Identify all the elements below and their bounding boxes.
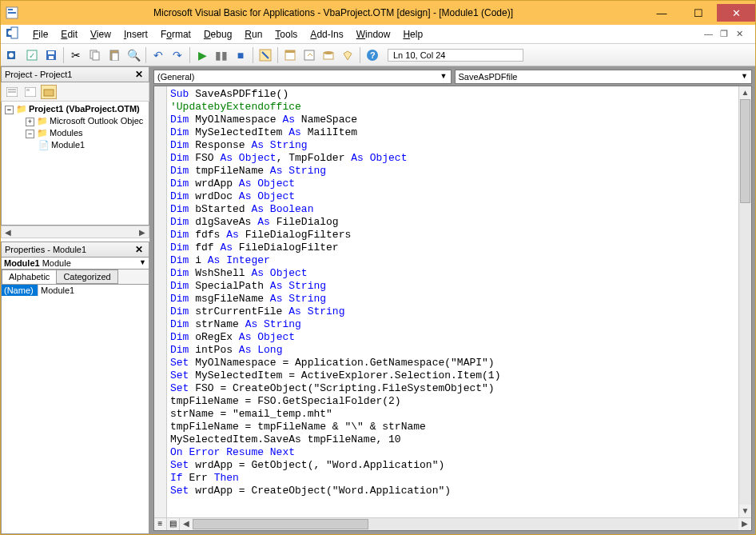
tree-project-node[interactable]: −📁Project1 (VbaProject.OTM) bbox=[3, 103, 147, 115]
properties-pane-title-text: Properties - Module1 bbox=[5, 245, 86, 254]
toolbox-icon[interactable] bbox=[339, 46, 356, 64]
minimize-button[interactable]: — bbox=[643, 4, 680, 22]
project-explorer-pane: Project - Project1 ✕ −📁Project1 (VbaProj… bbox=[1, 66, 149, 238]
undo-icon[interactable]: ↶ bbox=[149, 46, 167, 64]
reset-icon[interactable]: ■ bbox=[232, 46, 249, 64]
svg-rect-29 bbox=[26, 89, 30, 91]
find-icon[interactable]: 🔍 bbox=[125, 46, 142, 64]
svg-rect-14 bbox=[93, 52, 99, 60]
properties-pane: Properties - Module1 ✕ Module1 Module ▼ … bbox=[1, 242, 149, 534]
menu-file[interactable]: File bbox=[26, 27, 54, 42]
cut-icon[interactable]: ✂ bbox=[67, 46, 85, 64]
title-bar: Microsoft Visual Basic for Applications … bbox=[1, 1, 755, 25]
vscroll-thumb[interactable] bbox=[740, 99, 750, 203]
paste-icon[interactable] bbox=[105, 46, 123, 64]
property-name: (Name) bbox=[2, 285, 38, 296]
tree-outlook-objects-node[interactable]: +📁Microsoft Outlook Objec bbox=[3, 115, 147, 127]
full-module-view-icon[interactable]: ▤ bbox=[167, 518, 180, 530]
hscroll-thumb[interactable] bbox=[193, 519, 368, 529]
insert-module-icon[interactable]: ✓ bbox=[23, 46, 41, 64]
menu-addins[interactable]: Add-Ins bbox=[304, 27, 349, 42]
menu-run[interactable]: Run bbox=[238, 27, 269, 42]
design-mode-icon[interactable] bbox=[257, 46, 274, 64]
property-row[interactable]: (Name) Module1 bbox=[2, 285, 149, 296]
tree-module1-node[interactable]: 📄Module1 bbox=[3, 139, 147, 151]
tab-categorized[interactable]: Categorized bbox=[56, 269, 117, 284]
cursor-position: Ln 10, Col 24 bbox=[388, 49, 523, 62]
tab-alphabetic[interactable]: Alphabetic bbox=[2, 269, 57, 284]
menu-window[interactable]: Window bbox=[350, 27, 397, 42]
help-icon[interactable]: ? bbox=[364, 46, 381, 64]
code-window: (General)▼ SaveAsPDFfile▼ Sub SaveAsPDFf… bbox=[150, 66, 755, 534]
property-value[interactable]: Module1 bbox=[38, 285, 149, 296]
menu-edit[interactable]: Edit bbox=[54, 27, 84, 42]
svg-rect-11 bbox=[48, 51, 54, 54]
redo-icon[interactable]: ↷ bbox=[169, 46, 186, 64]
properties-grid[interactable]: (Name) Module1 bbox=[1, 284, 149, 534]
procedure-view-icon[interactable]: ≡ bbox=[154, 518, 167, 530]
properties-tabs: Alphabetic Categorized bbox=[1, 269, 149, 284]
view-code-icon[interactable] bbox=[4, 85, 20, 99]
properties-object-selector[interactable]: Module1 Module ▼ bbox=[1, 258, 149, 269]
window-title: Microsoft Visual Basic for Applications … bbox=[23, 7, 643, 18]
properties-pane-title: Properties - Module1 ✕ bbox=[1, 242, 149, 258]
properties-pane-close-button[interactable]: ✕ bbox=[133, 244, 145, 255]
svg-rect-28 bbox=[25, 87, 36, 97]
code-margin bbox=[154, 86, 167, 517]
project-pane-title-text: Project - Project1 bbox=[5, 70, 72, 79]
svg-rect-12 bbox=[49, 56, 54, 59]
svg-text:✓: ✓ bbox=[29, 51, 35, 60]
project-hscroll[interactable]: ◀▶ bbox=[1, 226, 149, 238]
maximize-button[interactable]: ☐ bbox=[680, 4, 717, 22]
project-pane-close-button[interactable]: ✕ bbox=[133, 69, 145, 80]
mdi-restore-button[interactable]: ❐ bbox=[720, 29, 731, 40]
vertical-scrollbar[interactable]: ▲ ▼ bbox=[738, 86, 751, 517]
project-explorer-icon[interactable] bbox=[281, 46, 299, 64]
run-icon[interactable]: ▶ bbox=[193, 46, 211, 64]
break-icon[interactable]: ▮▮ bbox=[213, 46, 230, 64]
toolbar: ✓ ✂ 🔍 ↶ ↷ ▶ ▮▮ ■ ? Ln 10, Col 24 bbox=[1, 44, 755, 66]
svg-rect-1 bbox=[8, 9, 13, 10]
menu-bar: File Edit View Insert Format Debug Run T… bbox=[1, 25, 755, 44]
view-outlook-icon[interactable] bbox=[4, 46, 22, 64]
view-object-icon[interactable] bbox=[22, 85, 38, 99]
project-pane-title: Project - Project1 ✕ bbox=[1, 66, 149, 82]
properties-window-icon[interactable] bbox=[300, 46, 318, 64]
outlook-icon bbox=[6, 26, 22, 42]
svg-rect-20 bbox=[304, 50, 314, 60]
object-browser-icon[interactable] bbox=[320, 46, 337, 64]
svg-point-7 bbox=[9, 53, 14, 58]
object-dropdown[interactable]: (General)▼ bbox=[153, 70, 452, 84]
menu-format[interactable]: Format bbox=[154, 27, 197, 42]
procedure-dropdown[interactable]: SaveAsPDFfile▼ bbox=[455, 70, 753, 84]
svg-rect-19 bbox=[285, 50, 295, 53]
project-tree[interactable]: −📁Project1 (VbaProject.OTM) +📁Microsoft … bbox=[1, 102, 149, 226]
close-button[interactable]: ✕ bbox=[717, 4, 755, 22]
menu-view[interactable]: View bbox=[84, 27, 117, 42]
project-toolbar bbox=[1, 82, 149, 102]
menu-help[interactable]: Help bbox=[396, 27, 429, 42]
horizontal-scrollbar[interactable]: ≡ ▤ ◀ ▶ bbox=[154, 517, 751, 530]
mdi-minimize-button[interactable]: — bbox=[704, 29, 715, 40]
svg-point-22 bbox=[324, 51, 333, 54]
svg-rect-2 bbox=[8, 12, 16, 14]
svg-text:?: ? bbox=[370, 50, 376, 60]
menu-debug[interactable]: Debug bbox=[197, 27, 238, 42]
svg-point-5 bbox=[8, 30, 13, 35]
app-icon bbox=[6, 6, 18, 19]
mdi-close-button[interactable]: ✕ bbox=[736, 29, 747, 40]
svg-rect-16 bbox=[112, 53, 118, 61]
toggle-folders-icon[interactable] bbox=[41, 85, 57, 99]
save-icon[interactable] bbox=[42, 46, 60, 64]
copy-icon[interactable] bbox=[86, 46, 104, 64]
tree-modules-node[interactable]: −📁Modules bbox=[3, 127, 147, 139]
menu-tools[interactable]: Tools bbox=[269, 27, 304, 42]
code-editor[interactable]: Sub SaveAsPDFfile() 'UpdatebyExtendoffic… bbox=[167, 86, 738, 517]
svg-rect-30 bbox=[44, 90, 54, 96]
menu-insert[interactable]: Insert bbox=[117, 27, 154, 42]
